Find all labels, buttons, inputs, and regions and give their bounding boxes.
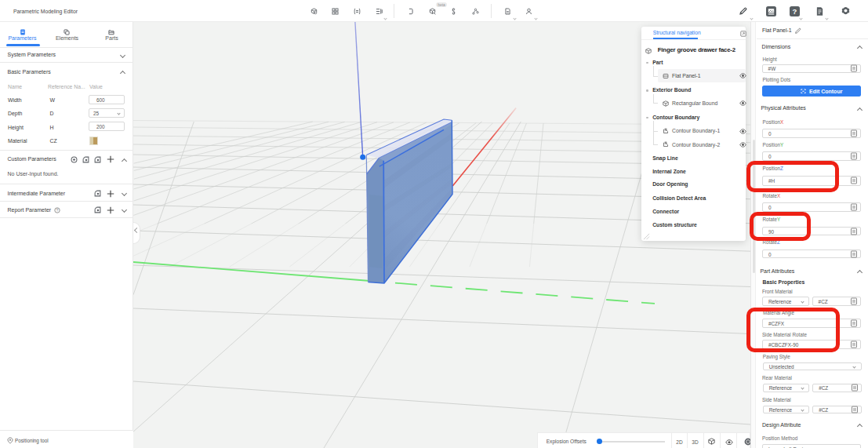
svg-text:?: ? xyxy=(793,6,797,15)
svg-text:?: ? xyxy=(56,207,59,212)
